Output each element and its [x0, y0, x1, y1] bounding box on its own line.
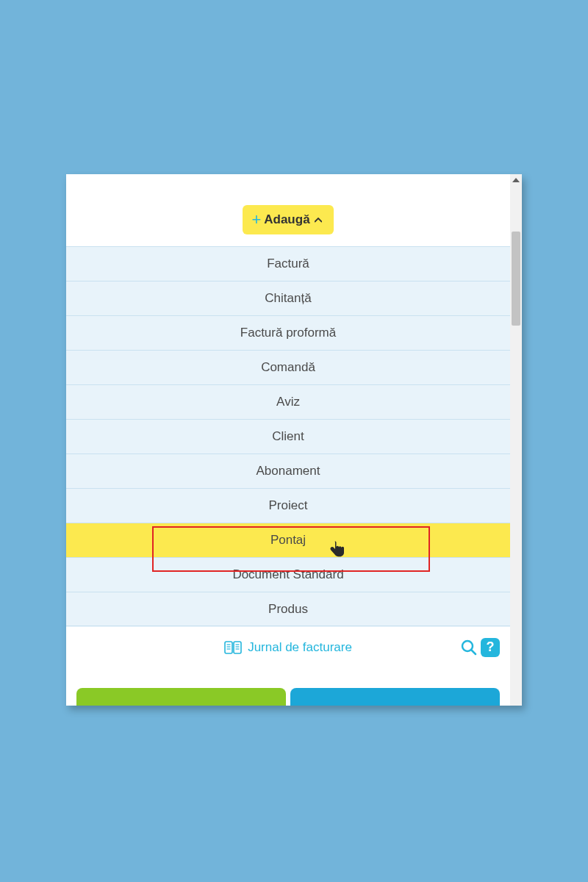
- menu-item-label: Document Standard: [232, 567, 343, 582]
- top-nav-label: Rapoarte: [273, 174, 324, 176]
- add-button-label: Adaugă: [264, 212, 309, 227]
- scrollbar-thumb[interactable]: [512, 232, 520, 326]
- bottom-bars: [66, 688, 510, 706]
- help-label: ?: [487, 639, 495, 655]
- search-icon[interactable]: [460, 639, 478, 656]
- help-button[interactable]: ?: [481, 638, 500, 657]
- top-nav-rapoarte[interactable]: Rapoarte: [66, 174, 510, 183]
- menu-item-chitanta[interactable]: Chitanță: [66, 281, 510, 315]
- svg-rect-6: [234, 642, 241, 653]
- menu-item-label: Comandă: [261, 360, 315, 375]
- menu-item-produs[interactable]: Produs: [66, 592, 510, 626]
- content-area: Rapoarte + Adaugă FacturăChitanțăFactură…: [66, 174, 510, 706]
- add-button[interactable]: + Adaugă: [243, 205, 333, 234]
- menu-item-label: Chitanță: [265, 291, 311, 306]
- menu-item-proiect[interactable]: Proiect: [66, 488, 510, 523]
- app-window: Rapoarte + Adaugă FacturăChitanțăFactură…: [66, 174, 522, 706]
- plus-icon: +: [251, 212, 261, 228]
- menu-item-label: Abonament: [257, 464, 320, 478]
- scrollbar-track[interactable]: [510, 174, 522, 706]
- footer-row: Jurnal de facturare ?: [66, 626, 510, 667]
- menu-item-pontaj[interactable]: Pontaj: [66, 523, 510, 557]
- menu-item-document-standard[interactable]: Document Standard: [66, 557, 510, 592]
- menu-item-label: Client: [272, 429, 304, 444]
- menu-item-factura-proforma[interactable]: Factură proformă: [66, 315, 510, 350]
- menu-item-factura[interactable]: Factură: [66, 246, 510, 281]
- scroll-up-arrow[interactable]: [510, 174, 522, 186]
- svg-line-14: [471, 650, 476, 654]
- menu-item-aviz[interactable]: Aviz: [66, 384, 510, 419]
- menu-item-comanda[interactable]: Comandă: [66, 350, 510, 384]
- svg-rect-5: [225, 642, 232, 653]
- menu-item-label: Factură: [267, 257, 309, 271]
- journal-label: Jurnal de facturare: [248, 640, 352, 655]
- chevron-up-icon: [315, 218, 322, 223]
- journal-link[interactable]: Jurnal de facturare: [224, 640, 352, 655]
- menu-item-label: Proiect: [269, 498, 308, 513]
- svg-marker-0: [512, 178, 520, 182]
- journal-icon: [224, 641, 242, 654]
- menu-item-label: Produs: [268, 602, 308, 617]
- bottom-bar-green[interactable]: [76, 688, 286, 706]
- bottom-bar-blue[interactable]: [290, 688, 500, 706]
- menu-item-label: Pontaj: [270, 533, 306, 548]
- menu-item-abonament[interactable]: Abonament: [66, 453, 510, 488]
- menu-item-label: Aviz: [276, 395, 300, 409]
- add-menu-list: FacturăChitanțăFactură proformăComandăAv…: [66, 246, 510, 626]
- menu-item-client[interactable]: Client: [66, 419, 510, 453]
- menu-item-label: Factură proformă: [240, 326, 336, 340]
- add-section: + Adaugă: [66, 183, 510, 246]
- report-icon: [252, 174, 267, 176]
